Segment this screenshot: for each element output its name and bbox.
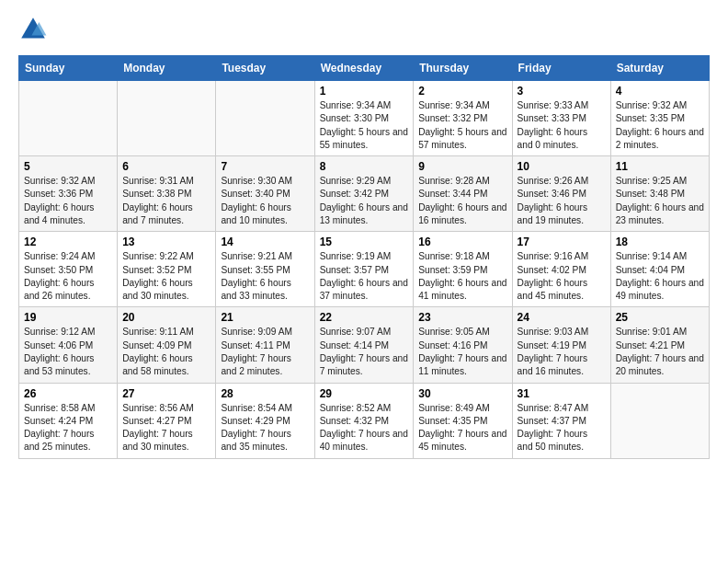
- day-info: Sunrise: 9:05 AM Sunset: 4:16 PM Dayligh…: [418, 326, 506, 378]
- day-info: Sunrise: 9:25 AM Sunset: 3:48 PM Dayligh…: [616, 175, 704, 227]
- day-info: Sunrise: 9:26 AM Sunset: 3:46 PM Dayligh…: [518, 175, 606, 227]
- calendar-cell: [216, 81, 314, 156]
- calendar-cell: 9Sunrise: 9:28 AM Sunset: 3:44 PM Daylig…: [414, 156, 512, 232]
- calendar-cell: [19, 81, 118, 156]
- day-info: Sunrise: 9:29 AM Sunset: 3:42 PM Dayligh…: [320, 175, 409, 227]
- day-info: Sunrise: 9:30 AM Sunset: 3:40 PM Dayligh…: [221, 175, 309, 227]
- calendar-cell: 1Sunrise: 9:34 AM Sunset: 3:30 PM Daylig…: [314, 81, 414, 156]
- day-info: Sunrise: 9:19 AM Sunset: 3:57 PM Dayligh…: [320, 250, 409, 303]
- day-info: Sunrise: 9:07 AM Sunset: 4:14 PM Dayligh…: [320, 326, 409, 378]
- day-number: 14: [221, 236, 309, 248]
- logo-icon: [18, 15, 48, 44]
- day-info: Sunrise: 8:52 AM Sunset: 4:32 PM Dayligh…: [320, 402, 409, 454]
- day-info: Sunrise: 8:47 AM Sunset: 4:37 PM Dayligh…: [518, 402, 606, 454]
- day-info: Sunrise: 9:34 AM Sunset: 3:32 PM Dayligh…: [418, 99, 506, 152]
- day-number: 31: [518, 387, 606, 400]
- day-number: 25: [616, 311, 704, 324]
- day-number: 13: [122, 236, 210, 248]
- day-info: Sunrise: 9:21 AM Sunset: 3:55 PM Dayligh…: [221, 250, 309, 303]
- day-info: Sunrise: 9:12 AM Sunset: 4:06 PM Dayligh…: [24, 326, 112, 378]
- day-number: 8: [320, 160, 409, 173]
- day-info: Sunrise: 8:58 AM Sunset: 4:24 PM Dayligh…: [24, 402, 112, 454]
- day-number: 24: [518, 311, 606, 324]
- calendar-cell: 31Sunrise: 8:47 AM Sunset: 4:37 PM Dayli…: [512, 383, 610, 458]
- day-info: Sunrise: 9:22 AM Sunset: 3:52 PM Dayligh…: [122, 250, 210, 303]
- calendar-cell: 26Sunrise: 8:58 AM Sunset: 4:24 PM Dayli…: [19, 383, 118, 458]
- calendar-cell: 19Sunrise: 9:12 AM Sunset: 4:06 PM Dayli…: [19, 307, 118, 383]
- day-number: 29: [320, 387, 409, 400]
- day-info: Sunrise: 9:01 AM Sunset: 4:21 PM Dayligh…: [616, 326, 704, 378]
- day-info: Sunrise: 9:33 AM Sunset: 3:33 PM Dayligh…: [518, 99, 606, 152]
- day-info: Sunrise: 9:09 AM Sunset: 4:11 PM Dayligh…: [221, 326, 309, 378]
- day-number: 1: [320, 85, 409, 98]
- day-info: Sunrise: 9:24 AM Sunset: 3:50 PM Dayligh…: [24, 250, 112, 303]
- day-info: Sunrise: 8:56 AM Sunset: 4:27 PM Dayligh…: [122, 402, 210, 454]
- day-info: Sunrise: 9:14 AM Sunset: 4:04 PM Dayligh…: [616, 250, 704, 303]
- calendar-cell: 3Sunrise: 9:33 AM Sunset: 3:33 PM Daylig…: [512, 81, 610, 156]
- calendar-cell: 12Sunrise: 9:24 AM Sunset: 3:50 PM Dayli…: [19, 232, 118, 307]
- day-number: 30: [418, 387, 506, 400]
- day-info: Sunrise: 9:31 AM Sunset: 3:38 PM Dayligh…: [122, 175, 210, 227]
- days-header-row: SundayMondayTuesdayWednesdayThursdayFrid…: [19, 56, 710, 81]
- day-info: Sunrise: 9:28 AM Sunset: 3:44 PM Dayligh…: [418, 175, 506, 227]
- day-number: 7: [221, 160, 309, 173]
- day-number: 19: [24, 311, 112, 324]
- day-number: 21: [221, 311, 309, 324]
- day-info: Sunrise: 8:54 AM Sunset: 4:29 PM Dayligh…: [221, 402, 309, 454]
- calendar-cell: 29Sunrise: 8:52 AM Sunset: 4:32 PM Dayli…: [314, 383, 414, 458]
- day-info: Sunrise: 9:03 AM Sunset: 4:19 PM Dayligh…: [518, 326, 606, 378]
- day-number: 17: [518, 236, 606, 248]
- day-number: 27: [122, 387, 210, 400]
- day-header-thursday: Thursday: [414, 56, 512, 81]
- day-info: Sunrise: 9:32 AM Sunset: 3:35 PM Dayligh…: [616, 99, 704, 152]
- calendar-cell: 24Sunrise: 9:03 AM Sunset: 4:19 PM Dayli…: [512, 307, 610, 383]
- day-info: Sunrise: 9:18 AM Sunset: 3:59 PM Dayligh…: [418, 250, 506, 303]
- day-number: 6: [122, 160, 210, 173]
- day-info: Sunrise: 9:34 AM Sunset: 3:30 PM Dayligh…: [320, 99, 409, 152]
- calendar-cell: [118, 81, 216, 156]
- day-header-saturday: Saturday: [610, 56, 709, 81]
- calendar-cell: 18Sunrise: 9:14 AM Sunset: 4:04 PM Dayli…: [610, 232, 709, 307]
- day-number: 2: [418, 85, 506, 98]
- calendar-week-row: 12Sunrise: 9:24 AM Sunset: 3:50 PM Dayli…: [19, 232, 710, 307]
- calendar-cell: 10Sunrise: 9:26 AM Sunset: 3:46 PM Dayli…: [512, 156, 610, 232]
- day-info: Sunrise: 8:49 AM Sunset: 4:35 PM Dayligh…: [418, 402, 506, 454]
- calendar-cell: 20Sunrise: 9:11 AM Sunset: 4:09 PM Dayli…: [118, 307, 216, 383]
- day-number: 11: [616, 160, 704, 173]
- calendar-cell: 22Sunrise: 9:07 AM Sunset: 4:14 PM Dayli…: [314, 307, 414, 383]
- calendar-week-row: 26Sunrise: 8:58 AM Sunset: 4:24 PM Dayli…: [19, 383, 710, 458]
- day-number: 28: [221, 387, 309, 400]
- day-info: Sunrise: 9:16 AM Sunset: 4:02 PM Dayligh…: [518, 250, 606, 303]
- calendar-cell: 30Sunrise: 8:49 AM Sunset: 4:35 PM Dayli…: [414, 383, 512, 458]
- day-number: 12: [24, 236, 112, 248]
- day-header-friday: Friday: [512, 56, 610, 81]
- day-number: 15: [320, 236, 409, 248]
- calendar-cell: 17Sunrise: 9:16 AM Sunset: 4:02 PM Dayli…: [512, 232, 610, 307]
- day-number: 26: [24, 387, 112, 400]
- day-number: 10: [518, 160, 606, 173]
- day-number: 9: [418, 160, 506, 173]
- day-number: 5: [24, 160, 112, 173]
- calendar-cell: 13Sunrise: 9:22 AM Sunset: 3:52 PM Dayli…: [118, 232, 216, 307]
- calendar-cell: 21Sunrise: 9:09 AM Sunset: 4:11 PM Dayli…: [216, 307, 314, 383]
- calendar-cell: 14Sunrise: 9:21 AM Sunset: 3:55 PM Dayli…: [216, 232, 314, 307]
- calendar-cell: 11Sunrise: 9:25 AM Sunset: 3:48 PM Dayli…: [610, 156, 709, 232]
- calendar-cell: 4Sunrise: 9:32 AM Sunset: 3:35 PM Daylig…: [610, 81, 709, 156]
- calendar-cell: 25Sunrise: 9:01 AM Sunset: 4:21 PM Dayli…: [610, 307, 709, 383]
- day-header-sunday: Sunday: [19, 56, 118, 81]
- calendar-cell: 23Sunrise: 9:05 AM Sunset: 4:16 PM Dayli…: [414, 307, 512, 383]
- calendar-cell: 8Sunrise: 9:29 AM Sunset: 3:42 PM Daylig…: [314, 156, 414, 232]
- day-info: Sunrise: 9:32 AM Sunset: 3:36 PM Dayligh…: [24, 175, 112, 227]
- day-info: Sunrise: 9:11 AM Sunset: 4:09 PM Dayligh…: [122, 326, 210, 378]
- day-number: 18: [616, 236, 704, 248]
- calendar-cell: 16Sunrise: 9:18 AM Sunset: 3:59 PM Dayli…: [414, 232, 512, 307]
- day-header-wednesday: Wednesday: [314, 56, 414, 81]
- day-number: 4: [616, 85, 704, 98]
- day-number: 16: [418, 236, 506, 248]
- day-header-monday: Monday: [118, 56, 216, 81]
- calendar-cell: 7Sunrise: 9:30 AM Sunset: 3:40 PM Daylig…: [216, 156, 314, 232]
- logo: [18, 15, 51, 44]
- calendar-week-row: 5Sunrise: 9:32 AM Sunset: 3:36 PM Daylig…: [19, 156, 710, 232]
- day-number: 3: [518, 85, 606, 98]
- calendar-cell: [610, 383, 709, 458]
